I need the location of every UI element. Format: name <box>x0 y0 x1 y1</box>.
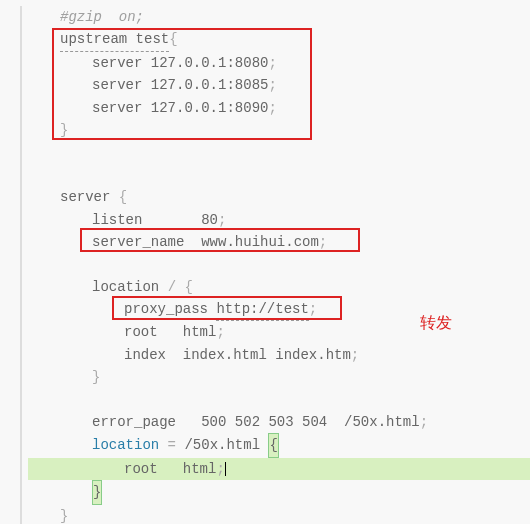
annotation-forward: 转发 <box>420 310 452 336</box>
code-line-highlighted: root html; <box>28 458 530 480</box>
upstream-decl: upstream test <box>60 28 169 51</box>
code-line: server 127.0.0.1:8090; <box>28 97 530 119</box>
code-line: location / { <box>28 276 530 298</box>
code-line: server 127.0.0.1:8080; <box>28 52 530 74</box>
blank-line <box>28 253 530 275</box>
blank-line <box>28 141 530 163</box>
blank-line <box>28 389 530 411</box>
text-cursor <box>225 462 226 476</box>
code-line: server 127.0.0.1:8085; <box>28 74 530 96</box>
brace-open: { <box>268 433 278 457</box>
code-line: } <box>28 505 530 524</box>
brace-close: } <box>92 480 102 504</box>
proxy-target: http://test <box>216 298 308 321</box>
code-line: } <box>28 366 530 388</box>
code-line: upstream test{ <box>28 28 530 51</box>
comment-text: #gzip on; <box>60 9 144 25</box>
code-line: #gzip on; <box>28 6 530 28</box>
code-line: server_name www.huihui.com; <box>28 231 530 253</box>
code-line: listen 80; <box>28 209 530 231</box>
blank-line <box>28 164 530 186</box>
code-line: root html; <box>28 321 530 343</box>
code-line: index index.html index.htm; <box>28 344 530 366</box>
location-keyword: location <box>92 437 159 453</box>
code-line: proxy_pass http://test; <box>28 298 530 321</box>
code-line: server { <box>28 186 530 208</box>
code-block: #gzip on; upstream test{ server 127.0.0.… <box>20 6 530 524</box>
code-line: } <box>28 119 530 141</box>
code-line: } <box>28 480 530 504</box>
code-line: error_page 500 502 503 504 /50x.html; <box>28 411 530 433</box>
code-line: location = /50x.html { <box>28 433 530 457</box>
